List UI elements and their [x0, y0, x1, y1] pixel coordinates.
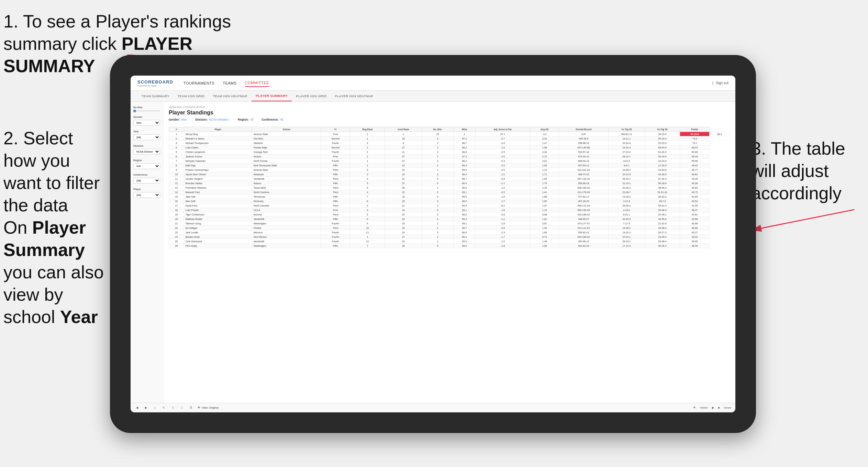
- conference-select[interactable]: (All): [133, 178, 160, 184]
- col-rank: #: [169, 127, 184, 132]
- sidebar-division: Division NCAA Division I: [133, 144, 160, 155]
- gender-select[interactable]: Men: [133, 120, 160, 126]
- filter-conference-label: Conference:: [261, 118, 279, 121]
- toolbar-icon2[interactable]: ■: [718, 406, 720, 409]
- table-header-row: # Player School Yr Reg Rank Conf Rank No…: [169, 127, 730, 132]
- toolbar-icon1[interactable]: ▶: [712, 406, 714, 409]
- col-vs-top50: Vs Top 50: [645, 127, 680, 132]
- nav-teams[interactable]: TEAMS: [223, 80, 236, 87]
- toolbar-forward[interactable]: ▶: [144, 405, 148, 410]
- filter-gender-value: Men: [181, 118, 187, 121]
- table-row[interactable]: 22Ian GilliganFloridaThird1024168.7-0.81…: [169, 226, 730, 230]
- filter-division-value: NCAA Division I: [209, 118, 230, 121]
- annotation-right: 3. The table will adjust accordingly: [751, 137, 861, 204]
- region-label: Region: [133, 159, 160, 162]
- toolbar-home[interactable]: ⌂: [153, 405, 157, 410]
- sidebar: No Rds. Gender Men Year: [131, 102, 163, 403]
- toolbar-refresh[interactable]: ↻: [161, 405, 166, 410]
- table-row[interactable]: 21Taehoon SongWashingtonFourth423169.1-1…: [169, 221, 730, 226]
- nav-committee[interactable]: COMMITTEE: [245, 79, 269, 87]
- annotation-mid-left: 2. Select how you want to filter the dat…: [3, 127, 110, 216]
- filter-row: Gender: Men Division: NCAA Division I Re…: [169, 118, 730, 121]
- annotation-number-2: 2. Select how you want to filter the dat…: [3, 128, 100, 215]
- table-row[interactable]: 15Jake HallTennesseeFifth718068.5-1.51.6…: [169, 194, 730, 199]
- table-row[interactable]: 10Jacob Skov OlesenArkansasFifth223068.4…: [169, 172, 730, 177]
- toolbar-view: 👁 View: Original: [198, 406, 689, 409]
- year-label: Year: [133, 130, 160, 133]
- table-row[interactable]: 20Matthew RiedelVanderbiltFifth923069.4-…: [169, 217, 730, 221]
- sidebar-conference: Conference (All): [133, 173, 160, 184]
- year-select[interactable]: (All): [133, 134, 160, 140]
- eye-icon: 👁: [198, 406, 200, 409]
- sidebar-year: Year (All): [133, 130, 160, 140]
- col-conf-rank: Conf Rank: [385, 127, 422, 132]
- table-row[interactable]: 16Alex GoffKentuckyFifth819068.3-1.71.92…: [169, 199, 730, 203]
- share-label[interactable]: Share: [724, 406, 731, 409]
- nav-pipe: |: [712, 81, 713, 85]
- table-row[interactable]: 5Christo LamprechtGeorgia TechFourth2212…: [169, 150, 730, 154]
- table-area: Update time: 27/03/2024 16:56:26 Player …: [163, 102, 735, 403]
- annotation-bottom-left: On Player Summary you can also view by s…: [3, 216, 110, 328]
- table-row[interactable]: 6Jackson KoivunAuburnFirst127167.3-2.02.…: [169, 154, 730, 159]
- filter-region: Region: All: [238, 118, 253, 121]
- table-row[interactable]: 12Brendan ValdesAuburnFifth537068.4-1.11…: [169, 181, 730, 186]
- table-row[interactable]: 14Maxwell FordNorth CarolinaThird422069.…: [169, 190, 730, 194]
- player-label: Player: [133, 188, 160, 191]
- col-overall: Overall Record: [559, 127, 609, 132]
- sign-out-link[interactable]: Sign out: [716, 81, 728, 85]
- sidebar-gender: Gender Men: [133, 115, 160, 126]
- slider-container: [133, 110, 160, 111]
- logo-area: SCOREBOARD Powered by clippi: [137, 79, 173, 87]
- table-row[interactable]: 11Gordon SargentVanderbiltThird421068.7-…: [169, 177, 730, 181]
- slider-track: [133, 110, 160, 111]
- table-header-section: Update time: 27/03/2024 16:56:26 Player …: [169, 106, 730, 124]
- table-row[interactable]: 2Michael Le SassoOle MissSecond118067.1-…: [169, 136, 730, 141]
- toolbar-bookmark[interactable]: □: [180, 405, 184, 410]
- toolbar-back[interactable]: ◀: [135, 405, 140, 410]
- sub-nav-player-h2h-grid[interactable]: PLAYER H2H GRID: [292, 91, 331, 101]
- col-reg-rank: Reg Rank: [350, 127, 385, 132]
- player-standings-table: # Player School Yr Reg Rank Conf Rank No…: [169, 127, 730, 248]
- table-row[interactable]: 1Wenyi DingArizona StateFirst1115167.1-3…: [169, 132, 730, 136]
- table-row[interactable]: 18Luke PowellUCLAFirst424069.1-1.81.1350…: [169, 208, 730, 212]
- col-wins: Wins: [454, 127, 476, 132]
- table-row[interactable]: 8Mats EgeEast Tennessee StateFifth124268…: [169, 163, 730, 168]
- table-row[interactable]: 17David FordNorth CarolinaThird421069.0-…: [169, 203, 730, 208]
- toolbar-time[interactable]: ☰: [188, 405, 193, 410]
- filter-division-label: Division:: [195, 118, 208, 121]
- player-select[interactable]: (All): [133, 192, 160, 198]
- division-label: Division: [133, 144, 160, 147]
- toolbar-right: 👁 Watch ▶ ■ Share: [693, 406, 731, 409]
- sub-nav-team-h2h-grid[interactable]: TEAM H2H GRID: [174, 91, 209, 101]
- table-row[interactable]: 4Luke ClatonFlorida StateSecond127268.2-…: [169, 145, 730, 150]
- table-row[interactable]: 26Petr HrubyWashingtonFifth725068.6-1.81…: [169, 244, 730, 248]
- region-select[interactable]: N/A: [133, 163, 160, 169]
- sub-nav-player-h2h-heatmap[interactable]: PLAYER H2H HEATMAP: [331, 91, 378, 101]
- table-row[interactable]: 23Jack LundinMissouriFourth1124068.6-2.3…: [169, 230, 730, 235]
- toolbar-share-small[interactable]: ⇧: [170, 405, 176, 410]
- table-row[interactable]: 19Tiger ChristensenArizonaThird523269.2-…: [169, 212, 730, 217]
- nav-tournaments[interactable]: TOURNAMENTS: [183, 80, 214, 87]
- tablet-frame: SCOREBOARD Powered by clippi TOURNAMENTS…: [110, 55, 756, 433]
- annotation-bold-year: Year: [60, 307, 98, 327]
- sidebar-player: Player (All): [133, 188, 160, 198]
- table-row[interactable]: 13Phichaksn MaichonTexas A&MThird630169.…: [169, 186, 730, 190]
- tablet-screen: SCOREBOARD Powered by clippi TOURNAMENTS…: [131, 76, 735, 412]
- table-row[interactable]: 25Cole SherwoodVanderbiltFourth1223169.3…: [169, 239, 730, 244]
- table-row[interactable]: 9Preston SummerhaysArizona StateThird324…: [169, 168, 730, 172]
- table-title: Player Standings: [169, 110, 730, 116]
- slider-thumb[interactable]: [133, 110, 136, 112]
- table-row[interactable]: 7Nicholas GabrielesNorth FloridaFourth12…: [169, 159, 730, 163]
- col-avg-sg: Avg SG: [530, 127, 559, 132]
- conference-label: Conference: [133, 173, 160, 176]
- col-no-rds: No. Rds.: [422, 127, 454, 132]
- sub-nav-player-summary[interactable]: PLAYER SUMMARY: [252, 91, 292, 101]
- table-row[interactable]: 24Bastien AmatNew MexicoFourth127269.4-1…: [169, 235, 730, 239]
- table-scroll-container[interactable]: # Player School Yr Reg Rank Conf Rank No…: [169, 127, 730, 399]
- sub-nav-team-summary[interactable]: TEAM SUMMARY: [137, 91, 174, 101]
- sub-nav-team-h2h-heatmap[interactable]: TEAM H2H HEATMAP: [209, 91, 252, 101]
- watch-label[interactable]: Watch: [700, 406, 708, 409]
- division-select[interactable]: NCAA Division I: [133, 149, 160, 155]
- table-row[interactable]: 3Michael ThorbjornsenStanfordFourth28168…: [169, 141, 730, 145]
- bottom-toolbar: ◀ ▶ ⌂ ↻ ⇧ □ ☰ 👁 View: Original 👁 Watch ▶…: [131, 403, 735, 412]
